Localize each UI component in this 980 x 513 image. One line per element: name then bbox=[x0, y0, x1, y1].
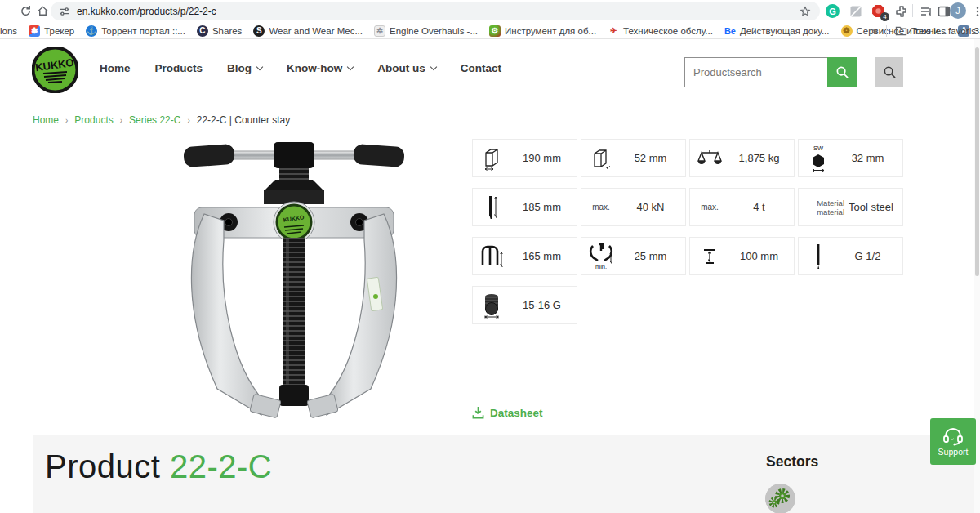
bookmarks-overflow-icon[interactable]: » bbox=[872, 25, 878, 37]
service-red-icon: ✈ bbox=[608, 25, 619, 37]
bookmark-label: Wear and Wear Mec... bbox=[269, 26, 363, 36]
title-code: 22-2-C bbox=[170, 448, 272, 484]
spec-value: Tool steel bbox=[844, 201, 902, 213]
folder-icon bbox=[895, 25, 907, 36]
adblock-extension-icon[interactable]: 4 bbox=[871, 3, 886, 19]
download-icon bbox=[472, 406, 484, 419]
spec-cell-force: max. 40 kN bbox=[581, 188, 686, 226]
breadcrumb-separator: › bbox=[65, 116, 68, 125]
depth-icon bbox=[581, 146, 621, 171]
sw-label: SW bbox=[813, 145, 823, 152]
bookmark-item[interactable]: ✈Техническое обслу... bbox=[608, 25, 713, 37]
reach-icon bbox=[473, 244, 512, 269]
spec-cell-clamping-depth: 100 mm bbox=[689, 237, 795, 275]
bookmark-label: Действующая доку... bbox=[740, 26, 830, 36]
bookmark-item[interactable]: ✲Engine Overhauls -... bbox=[374, 25, 478, 37]
chevron-down-icon bbox=[347, 64, 354, 70]
bookmark-item[interactable]: BeДействующая доку... bbox=[724, 25, 830, 37]
product-image: KUKKO bbox=[139, 129, 449, 425]
spec-value: G 1/2 bbox=[838, 250, 902, 262]
image-blocked-extension-icon[interactable] bbox=[848, 3, 863, 19]
spec-value: 1,875 kg bbox=[729, 152, 794, 164]
sector-industry-icon[interactable] bbox=[765, 484, 795, 513]
nav-blog[interactable]: Blog bbox=[227, 62, 262, 74]
nav-home[interactable]: Home bbox=[100, 62, 131, 74]
datasheet-label: Datasheet bbox=[490, 407, 543, 419]
spec-value: 15-16 G bbox=[512, 299, 577, 311]
search-input[interactable] bbox=[684, 57, 827, 87]
bookmark-star-icon[interactable] bbox=[799, 5, 812, 18]
support-button[interactable]: Support bbox=[930, 418, 976, 465]
gear-color-icon: ❁ bbox=[841, 25, 853, 37]
search-submit-button[interactable] bbox=[827, 57, 857, 87]
tracker-icon: ✽ bbox=[29, 25, 40, 37]
bookmark-item[interactable]: ⚓Торрент портал ::... bbox=[86, 25, 185, 37]
bookmark-label: ions bbox=[0, 26, 17, 36]
extension-badge: 4 bbox=[880, 12, 889, 21]
spec-cell-spindle-length: 185 mm bbox=[472, 188, 577, 226]
url-text[interactable]: en.kukko.com/products/p/22-2-c bbox=[77, 6, 799, 17]
profile-avatar[interactable]: J bbox=[950, 2, 966, 19]
spec-value: 40 kN bbox=[621, 201, 685, 213]
breadcrumb-series[interactable]: Series 22-C bbox=[129, 114, 180, 126]
nav-label: Products bbox=[155, 62, 203, 74]
spec-value: 52 mm bbox=[621, 152, 685, 164]
reading-list-icon[interactable] bbox=[918, 3, 933, 19]
chevron-down-icon bbox=[256, 64, 263, 70]
reload-icon[interactable] bbox=[18, 3, 33, 19]
breadcrumb-home[interactable]: Home bbox=[33, 114, 59, 126]
address-bar[interactable]: en.kukko.com/products/p/22-2-c bbox=[51, 2, 820, 20]
headset-icon bbox=[942, 426, 964, 446]
kukko-logo[interactable]: KUKKO bbox=[32, 47, 78, 93]
bookmark-item[interactable]: ions bbox=[0, 26, 17, 36]
bookmark-item[interactable]: ⚙Инструмент для об... bbox=[489, 25, 596, 37]
spec-value: 100 mm bbox=[729, 250, 794, 262]
spec-value: 165 mm bbox=[512, 250, 577, 262]
scrollbar-thumb[interactable] bbox=[975, 47, 979, 276]
nav-label: Blog bbox=[227, 62, 252, 74]
bookmark-item[interactable]: ✽Трекер bbox=[29, 25, 74, 37]
spec-cell-thread-size: 15-16 G bbox=[472, 286, 577, 324]
datasheet-link[interactable]: Datasheet bbox=[472, 406, 543, 419]
bookmark-label: Engine Overhauls -... bbox=[390, 26, 478, 36]
engine-icon: ✲ bbox=[374, 25, 385, 37]
spec-cell-span-min: min. 25 mm bbox=[581, 237, 686, 275]
nav-products[interactable]: Products bbox=[155, 62, 203, 74]
spindle-length-icon bbox=[473, 194, 512, 221]
width-icon bbox=[473, 146, 512, 171]
spec-cell-capacity: max. 4 t bbox=[689, 188, 795, 226]
spec-cell-depth: 52 mm bbox=[581, 139, 686, 177]
bookmark-label: Трекер bbox=[44, 26, 74, 36]
search-toggle-button[interactable] bbox=[875, 57, 903, 87]
chevron-down-icon bbox=[430, 64, 437, 70]
nav-label: Know-how bbox=[287, 62, 342, 74]
min-label: min. bbox=[595, 264, 607, 270]
bookmarks-bar: ions ✽Трекер ⚓Торрент портал ::... CShar… bbox=[0, 22, 980, 39]
spec-value: 32 mm bbox=[838, 152, 902, 164]
spec-value: 4 t bbox=[729, 201, 794, 213]
pipe-thread-icon bbox=[799, 243, 838, 270]
bookmark-item[interactable]: CShares bbox=[197, 25, 242, 37]
grammarly-extension-icon[interactable]: G bbox=[825, 3, 840, 19]
site-info-icon[interactable] bbox=[59, 6, 70, 17]
nav-about-us[interactable]: About us bbox=[377, 62, 436, 74]
bookmarks-divider bbox=[886, 25, 887, 37]
bookmark-label: Shares bbox=[212, 26, 242, 36]
bookmark-label: Техническое обслу... bbox=[623, 26, 713, 36]
weight-scale-icon bbox=[690, 148, 729, 169]
breadcrumb-separator: › bbox=[187, 116, 189, 125]
shares-icon: C bbox=[197, 25, 208, 37]
breadcrumb-products[interactable]: Products bbox=[74, 114, 113, 126]
bookmark-item[interactable]: SWear and Wear Mec... bbox=[253, 25, 363, 37]
home-icon[interactable] bbox=[35, 3, 51, 19]
nav-know-how[interactable]: Know-how bbox=[287, 62, 353, 74]
spec-cell-hex: SW 32 mm bbox=[798, 139, 903, 177]
page-title: Product 22-2-C bbox=[45, 448, 272, 485]
spec-grid: 190 mm 52 mm 1,875 kg SW 32 mm 185 mm ma… bbox=[472, 139, 903, 324]
sectors-heading: Sectors bbox=[766, 453, 818, 471]
nav-contact[interactable]: Contact bbox=[461, 62, 501, 74]
all-bookmarks-folder[interactable]: Tous les favoris bbox=[895, 25, 976, 36]
extensions-puzzle-icon[interactable] bbox=[893, 3, 909, 19]
material-line1: Material bbox=[817, 199, 844, 207]
browser-menu-icon[interactable] bbox=[969, 3, 980, 19]
